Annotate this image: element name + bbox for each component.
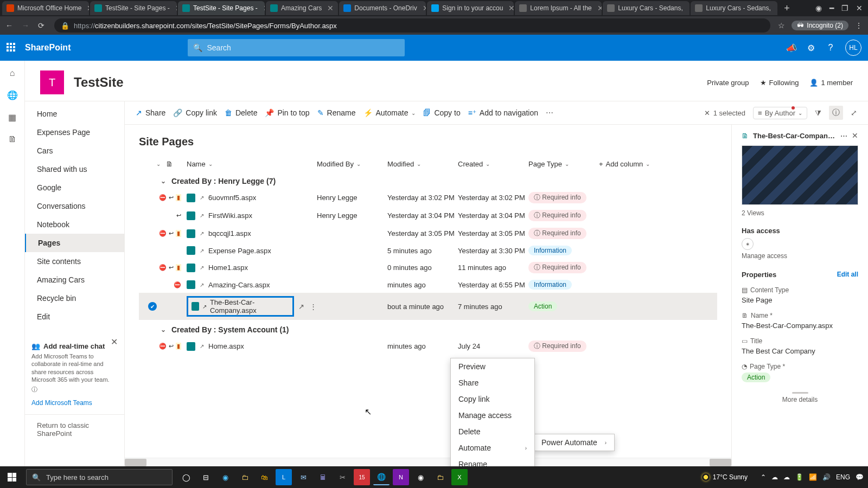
context-menu-item[interactable]: Manage access: [451, 407, 534, 423]
cmd-automate[interactable]: ⚡Automate⌄: [363, 108, 416, 117]
context-menu-item[interactable]: Automate›: [451, 440, 534, 456]
col-created[interactable]: Created⌄: [458, 160, 528, 168]
table-row[interactable]: ⛔↩▮ ↗6uovmnf5.aspx Henry Legge Yesterday…: [139, 189, 717, 207]
row-name[interactable]: ↗Expense Page.aspx: [187, 246, 317, 255]
settings-icon[interactable]: ⚙: [806, 43, 816, 53]
tab-close-icon[interactable]: ✕: [327, 4, 334, 12]
cmd-copy-link[interactable]: 🔗Copy link: [173, 108, 217, 117]
nav-item[interactable]: Site contents: [25, 252, 124, 271]
filter-icon[interactable]: ⧩: [815, 108, 821, 118]
app-icon[interactable]: 🗀: [432, 469, 448, 485]
tab-close-icon[interactable]: ✕: [423, 4, 426, 12]
more-details-link[interactable]: More details: [742, 396, 858, 403]
back-button[interactable]: ←: [5, 21, 14, 30]
close-panel-icon[interactable]: ✕: [852, 131, 858, 140]
nav-item[interactable]: Pages: [25, 234, 124, 252]
tray-lang[interactable]: ENG: [836, 473, 850, 481]
tray-cloud-icon[interactable]: ☁: [783, 473, 790, 481]
row-overflow-icon[interactable]: ⋮: [310, 303, 317, 311]
table-row[interactable]: ⛔↩▮ ↗Home1.aspx 0 minutes ago 11 minutes…: [139, 259, 717, 277]
tray-chevron-icon[interactable]: ⌃: [761, 473, 766, 481]
app-icon[interactable]: L: [276, 469, 292, 485]
files-icon[interactable]: 🗎: [8, 134, 17, 144]
chrome-icon[interactable]: 🌐: [373, 469, 390, 485]
browser-tab[interactable]: Sign in to your accou✕: [427, 1, 514, 15]
suite-brand[interactable]: SharePoint: [25, 43, 71, 53]
selected-check-icon[interactable]: ✔: [148, 302, 157, 311]
row-name[interactable]: ↗bqccqjl1.aspx: [187, 229, 317, 238]
user-avatar[interactable]: HL: [845, 40, 861, 56]
prop-content-type[interactable]: Site Page: [742, 296, 858, 304]
edge-icon[interactable]: ◉: [217, 469, 233, 485]
context-menu-item[interactable]: Preview: [451, 358, 534, 375]
home-icon[interactable]: ⌂: [10, 68, 15, 78]
store-icon[interactable]: 🛍: [256, 469, 272, 485]
nav-item[interactable]: Notebook: [25, 215, 124, 234]
col-modified[interactable]: Modified⌄: [387, 160, 458, 168]
cmd-overflow[interactable]: ⋯: [546, 108, 553, 117]
reload-button[interactable]: ⟳: [38, 21, 47, 30]
start-button[interactable]: [0, 466, 24, 488]
window-minimize[interactable]: ━: [829, 4, 834, 12]
cmd-add-nav[interactable]: ≡⁺Add to navigation: [468, 108, 538, 117]
cmd-copy-to[interactable]: 🗐Copy to: [423, 108, 460, 117]
selection-count[interactable]: ✕ 1 selected: [704, 109, 745, 117]
horizontal-scrollbar[interactable]: [125, 458, 731, 466]
nav-item[interactable]: Home: [25, 105, 124, 123]
globe-icon[interactable]: 🌐: [7, 90, 18, 100]
task-view-icon[interactable]: ◯: [178, 469, 194, 485]
table-row[interactable]: ↗Expense Page.aspx 5 minutes ago Yesterd…: [139, 242, 717, 259]
col-page-type[interactable]: Page Type⌄: [528, 160, 599, 168]
incognito-indicator[interactable]: 🕶 Incognito (2): [792, 21, 848, 30]
cmd-delete[interactable]: 🗑Delete: [225, 108, 257, 117]
edit-all-link[interactable]: Edit all: [837, 271, 858, 278]
row-name[interactable]: ↗Amazing-Cars.aspx: [187, 280, 317, 289]
taskbar-search[interactable]: 🔍 Type here to search: [26, 469, 173, 485]
add-column[interactable]: + Add column⌄: [599, 160, 717, 168]
excel-icon[interactable]: X: [451, 469, 468, 485]
prop-title[interactable]: The Best Car Company: [742, 347, 858, 355]
site-title[interactable]: TestSite: [74, 75, 124, 90]
group-header[interactable]: ⌄ Created By : System Account (1): [139, 320, 717, 337]
new-tab-button[interactable]: +: [778, 3, 795, 14]
row-name[interactable]: ↗The-Best-Car-Company.aspx↗⋮: [187, 296, 317, 317]
browser-tab[interactable]: Lorem Ipsum - All the✕: [515, 1, 602, 15]
nav-item[interactable]: Edit: [25, 307, 124, 326]
submenu-power-automate[interactable]: Power Automate›: [534, 434, 614, 451]
cmd-rename[interactable]: ✎Rename: [317, 108, 356, 117]
context-menu-item[interactable]: Share: [451, 375, 534, 391]
table-row[interactable]: ✔ ↗The-Best-Car-Company.aspx↗⋮ bout a mi…: [139, 293, 717, 320]
browser-tab[interactable]: Documents - OneDriv✕: [339, 1, 426, 15]
details-more-icon[interactable]: ⋯: [840, 132, 847, 140]
onenote-icon[interactable]: N: [393, 469, 409, 485]
browser-tab[interactable]: Amazing Cars✕: [266, 1, 338, 15]
close-icon[interactable]: ✕: [111, 337, 118, 347]
table-row[interactable]: ⛔↩▮ ↗Home.aspx minutes ago July 24 ⓘ Req…: [139, 337, 717, 355]
browser-account-icon[interactable]: ◉: [815, 4, 822, 12]
col-modified-by[interactable]: Modified By⌄: [317, 160, 387, 168]
app-icon[interactable]: 15: [354, 469, 370, 485]
chevron-down-icon[interactable]: ⌄: [156, 161, 161, 167]
app-icon[interactable]: ✂: [334, 469, 350, 485]
expand-icon[interactable]: ⤢: [851, 108, 857, 117]
group-header[interactable]: ⌄ Created By : Henry Legge (7): [139, 171, 717, 189]
tab-close-icon[interactable]: ✕: [776, 4, 778, 12]
browser-tab[interactable]: TestSite - Site Pages -✕: [178, 1, 265, 15]
weather-widget[interactable]: 17°C Sunny: [702, 473, 748, 481]
bookmark-icon[interactable]: ☆: [778, 21, 785, 30]
table-row[interactable]: ↩ ↗FirstWiki.aspx Henry Legge Yesterday …: [139, 207, 717, 224]
context-menu-item[interactable]: Delete: [451, 423, 534, 440]
megaphone-icon[interactable]: 📣: [787, 43, 796, 53]
nav-item[interactable]: Google: [25, 178, 124, 197]
cortana-icon[interactable]: ⊟: [197, 469, 214, 485]
prop-name[interactable]: The-Best-Car-Company.aspx: [742, 322, 858, 330]
chevron-down-icon[interactable]: ⌄: [161, 326, 166, 333]
site-logo[interactable]: T: [40, 70, 64, 94]
browser-tab[interactable]: Luxury Cars - Sedans,✕: [603, 1, 690, 15]
browser-tab[interactable]: Microsoft Office Home✕: [2, 1, 89, 15]
return-classic[interactable]: Return to classic SharePoint: [25, 414, 124, 444]
share-row-icon[interactable]: ↗: [298, 303, 304, 311]
add-teams-link[interactable]: Add Microsoft Teams: [31, 399, 118, 407]
info-icon[interactable]: ⓘ: [829, 106, 843, 120]
browser-tab[interactable]: TestSite - Site Pages -✕: [90, 1, 177, 15]
